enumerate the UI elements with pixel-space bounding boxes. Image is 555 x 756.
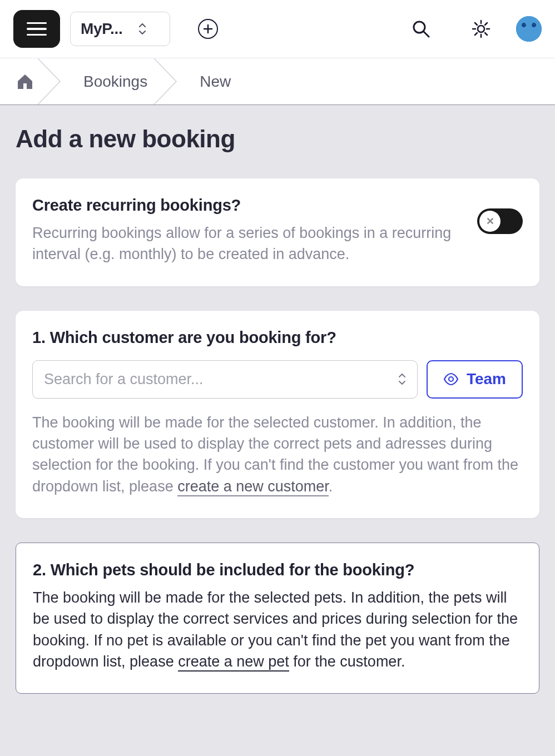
team-button-label: Team: [467, 370, 506, 388]
breadcrumb-label: New: [200, 73, 231, 91]
customer-search[interactable]: Search for a customer...: [32, 360, 418, 399]
pets-title: 2. Which pets should be included for the…: [33, 561, 522, 579]
customer-card: 1. Which customer are you booking for? S…: [16, 311, 539, 518]
customer-desc: The booking will be made for the selecte…: [32, 412, 523, 497]
breadcrumb-new: New: [170, 58, 253, 105]
pets-card: 2. Which pets should be included for the…: [16, 543, 539, 694]
eye-icon: [443, 371, 459, 387]
breadcrumb-label: Bookings: [83, 73, 147, 91]
search-icon: [411, 19, 431, 39]
recurring-desc: Recurring bookings allow for a series of…: [32, 222, 460, 265]
theme-toggle[interactable]: [468, 16, 494, 42]
team-button[interactable]: Team: [427, 360, 523, 399]
org-selector[interactable]: MyP...: [70, 12, 170, 46]
breadcrumb-bookings[interactable]: Bookings: [53, 58, 170, 105]
recurring-card: Create recurring bookings? Recurring boo…: [16, 178, 539, 286]
svg-point-2: [449, 377, 453, 381]
home-icon: [16, 72, 34, 91]
chevron-updown-icon: [138, 23, 146, 34]
add-button[interactable]: [198, 19, 218, 39]
sun-icon: [471, 19, 491, 39]
page-title: Add a new booking: [16, 125, 539, 153]
create-customer-link[interactable]: create a new customer: [177, 478, 329, 496]
customer-title: 1. Which customer are you booking for?: [32, 329, 523, 347]
search-button[interactable]: [408, 16, 434, 42]
svg-point-1: [478, 26, 484, 32]
pets-desc: The booking will be made for the selecte…: [33, 587, 522, 672]
content: Add a new booking Create recurring booki…: [0, 105, 555, 716]
chevron-updown-icon: [398, 374, 406, 385]
menu-button[interactable]: [13, 10, 60, 48]
close-icon: ✕: [479, 211, 501, 232]
topbar: MyP...: [0, 0, 555, 58]
recurring-toggle[interactable]: ✕: [477, 208, 523, 234]
create-pet-link[interactable]: create a new pet: [178, 653, 289, 672]
recurring-title: Create recurring bookings?: [32, 196, 460, 215]
avatar[interactable]: [516, 16, 542, 42]
plus-icon: [203, 24, 213, 34]
breadcrumb-home[interactable]: [0, 58, 53, 105]
customer-search-placeholder: Search for a customer...: [44, 371, 204, 388]
org-selector-label: MyP...: [81, 20, 123, 38]
breadcrumb: Bookings New: [0, 58, 555, 105]
